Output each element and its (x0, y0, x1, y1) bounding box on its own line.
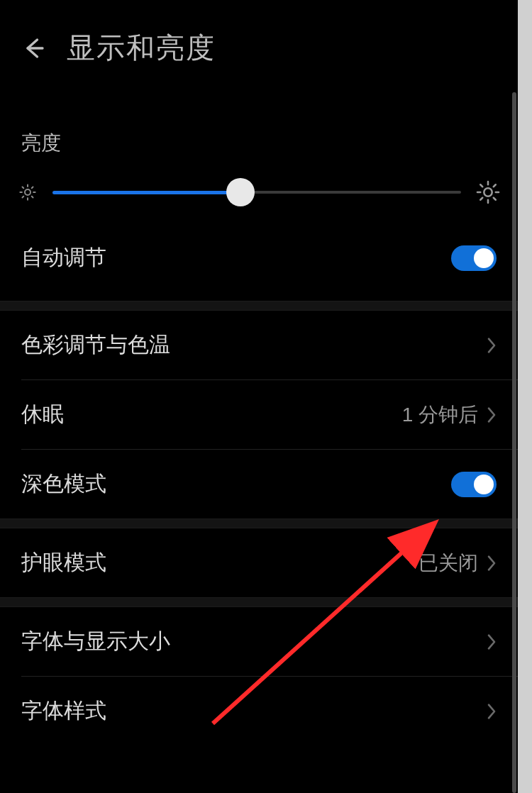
chevron-right-icon (487, 633, 497, 650)
brightness-label: 亮度 (0, 89, 518, 165)
brightness-slider-row (0, 165, 518, 215)
slider-track-empty (240, 191, 461, 194)
sleep-value: 1 分钟后 (402, 401, 478, 428)
chevron-right-icon (487, 555, 497, 572)
back-icon[interactable] (21, 35, 47, 61)
separator (0, 597, 518, 607)
svg-line-5 (23, 187, 24, 189)
font-style-label: 字体样式 (21, 697, 106, 726)
eye-comfort-value: 已关闭 (419, 550, 478, 577)
svg-line-8 (32, 187, 33, 189)
svg-line-6 (32, 196, 33, 198)
dark-mode-toggle[interactable] (451, 472, 497, 497)
settings-screen: 显示和亮度 亮度 自动调节 色彩调节与色温 休眠 1 分钟后 (0, 0, 518, 793)
page-title: 显示和亮度 (67, 28, 216, 67)
scrollbar[interactable] (512, 92, 516, 793)
brightness-high-icon (474, 178, 502, 206)
separator (0, 301, 518, 311)
svg-point-0 (25, 189, 31, 195)
dark-mode-label: 深色模式 (21, 470, 106, 499)
header: 显示和亮度 (0, 0, 518, 89)
svg-line-17 (494, 184, 496, 187)
sleep-label: 休眠 (21, 400, 64, 429)
color-temp-row[interactable]: 色彩调节与色温 (0, 311, 518, 379)
sleep-row[interactable]: 休眠 1 分钟后 (0, 380, 518, 449)
separator (0, 518, 518, 528)
slider-thumb[interactable] (226, 178, 255, 206)
svg-point-9 (484, 188, 492, 196)
font-display-label: 字体与显示大小 (21, 627, 170, 656)
auto-adjust-toggle[interactable] (451, 245, 497, 271)
auto-adjust-row[interactable]: 自动调节 (0, 215, 518, 301)
eye-comfort-label: 护眼模式 (21, 548, 106, 577)
slider-track-filled (52, 191, 240, 194)
dark-mode-row[interactable]: 深色模式 (0, 450, 518, 518)
color-temp-label: 色彩调节与色温 (21, 331, 170, 360)
svg-line-7 (23, 196, 24, 198)
brightness-slider[interactable] (52, 178, 461, 206)
svg-line-16 (480, 198, 482, 200)
font-display-row[interactable]: 字体与显示大小 (0, 607, 518, 676)
font-style-row[interactable]: 字体样式 (0, 677, 518, 745)
auto-adjust-label: 自动调节 (21, 243, 106, 272)
chevron-right-icon (487, 337, 497, 354)
chevron-right-icon (487, 703, 497, 720)
svg-line-15 (494, 198, 496, 200)
eye-comfort-row[interactable]: 护眼模式 已关闭 (0, 528, 518, 597)
brightness-low-icon (16, 180, 40, 204)
chevron-right-icon (487, 406, 497, 423)
svg-line-14 (480, 184, 482, 187)
